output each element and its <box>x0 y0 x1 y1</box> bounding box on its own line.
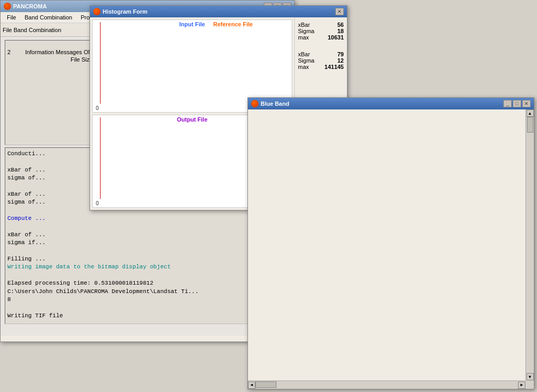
xbar-value: 56 <box>337 22 344 28</box>
sigma-label2: Sigma <box>298 57 314 64</box>
xbar-line: xBar 56 <box>298 22 344 28</box>
log-line <box>7 304 287 311</box>
input-histogram-canvas <box>101 29 292 105</box>
satellite-canvas <box>248 109 525 380</box>
log-line: Filling ... <box>7 255 287 263</box>
menu-bandcombination[interactable]: Band Combination <box>21 13 77 22</box>
log-line: sigma if... <box>7 239 287 247</box>
blueband-window: Blue Band _ □ ✕ ▲ ▼ ◄ <box>247 97 534 389</box>
bottom-row: ◄ ► <box>248 380 534 389</box>
max-label: max <box>298 34 309 41</box>
reference-chart-title: Reference File <box>213 21 253 27</box>
log-line <box>7 223 287 231</box>
xbar-line2: xBar 79 <box>298 51 344 57</box>
input-stats: xBar 56 Sigma 18 max 10631 <box>298 22 344 41</box>
sigma-line2: Sigma 12 <box>298 57 344 64</box>
output-chart-title: Output File <box>177 116 207 123</box>
image-area <box>248 109 525 380</box>
histogram-close[interactable]: ✕ <box>335 8 344 15</box>
sigma-label: Sigma <box>298 28 314 34</box>
pancroma-title: PANCROMA <box>13 3 47 9</box>
log-line <box>7 247 287 255</box>
scroll-down-button[interactable]: ▼ <box>526 373 534 380</box>
histogram-controls[interactable]: ✕ <box>335 8 344 15</box>
scroll-up-button[interactable]: ▲ <box>526 109 534 117</box>
sigma-value2: 12 <box>337 57 344 64</box>
max-line: max 10631 <box>298 34 344 41</box>
chart-min-label: 0 <box>96 105 99 111</box>
scroll-corner <box>525 380 534 389</box>
chart-min-label2: 0 <box>96 200 99 206</box>
log-num: 8 <box>7 296 287 304</box>
log-line: xBar of ... <box>7 231 287 239</box>
scroll-track-v[interactable] <box>526 117 534 373</box>
input-chart-title: Input File <box>180 21 205 27</box>
toolbar-label: File Band Combination <box>3 27 61 33</box>
blueband-close[interactable]: ✕ <box>522 100 531 107</box>
blueband-titlebar[interactable]: Blue Band _ □ ✕ <box>248 98 534 109</box>
sigma-value: 18 <box>337 28 344 34</box>
ref-stats: xBar 79 Sigma 12 max 141145 <box>298 51 344 70</box>
blueband-controls[interactable]: _ □ ✕ <box>503 100 531 107</box>
histogram-title: Histogram Form <box>103 8 147 15</box>
log-tif: Writing TIF file <box>7 312 287 320</box>
blueband-minimize[interactable]: _ <box>503 100 512 107</box>
sigma-line: Sigma 18 <box>298 28 344 34</box>
xbar-label: xBar <box>298 22 310 28</box>
max-label2: max <box>298 64 309 70</box>
blueband-maximize[interactable]: □ <box>513 100 521 107</box>
menu-file[interactable]: File <box>3 13 21 22</box>
pancroma-icon <box>4 3 11 10</box>
horizontal-scrollbar[interactable]: ◄ ► <box>248 380 525 389</box>
blueband-body: ▲ ▼ ◄ ► <box>248 109 534 389</box>
log-path: C:\Users\John Childs\PANCROMA Developmen… <box>7 288 287 296</box>
max-line2: max 141145 <box>298 64 344 70</box>
log-writing: Writing image data to the bitmap display… <box>7 263 287 271</box>
blueband-icon <box>251 100 258 107</box>
log-elapsed: Elapsed processing time: 0.5310000181198… <box>7 279 287 287</box>
histogram-titlebar[interactable]: Histogram Form ✕ <box>90 6 347 17</box>
log-line <box>7 272 287 279</box>
scroll-thumb-h[interactable] <box>255 381 276 388</box>
scroll-right-button[interactable]: ► <box>518 381 525 389</box>
vertical-scrollbar[interactable]: ▲ ▼ <box>525 109 534 380</box>
scroll-left-button[interactable]: ◄ <box>248 381 255 389</box>
blueband-title: Blue Band <box>261 100 289 107</box>
max-value2: 141145 <box>324 64 344 70</box>
scroll-thumb-v[interactable] <box>527 117 533 133</box>
max-value: 10631 <box>327 34 344 41</box>
blueband-main: ▲ ▼ <box>248 109 534 380</box>
log-line: Compute ... <box>7 215 287 223</box>
scroll-track-h[interactable] <box>255 381 518 389</box>
xbar-label2: xBar <box>298 51 310 57</box>
xbar-value2: 79 <box>337 51 344 57</box>
histogram-icon <box>93 8 101 15</box>
